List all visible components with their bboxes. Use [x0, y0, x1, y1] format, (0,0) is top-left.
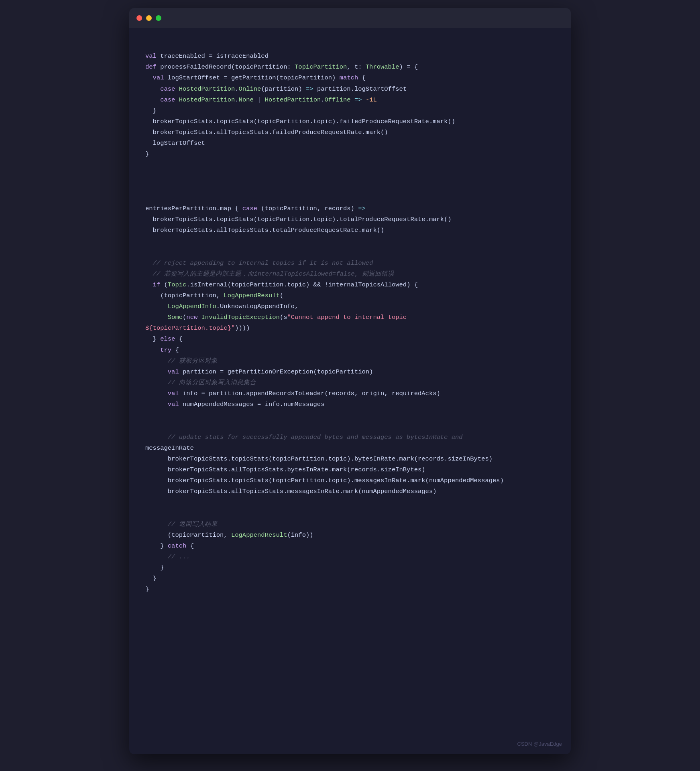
code-editor: val traceEnabled = isTraceEnabled def pr… — [129, 28, 571, 618]
close-dot[interactable] — [136, 15, 142, 21]
titlebar — [129, 8, 571, 28]
minimize-dot[interactable] — [146, 15, 152, 21]
editor-window: val traceEnabled = isTraceEnabled def pr… — [129, 8, 571, 754]
maximize-dot[interactable] — [156, 15, 161, 21]
watermark: CSDN @JavaEdge — [517, 741, 562, 747]
